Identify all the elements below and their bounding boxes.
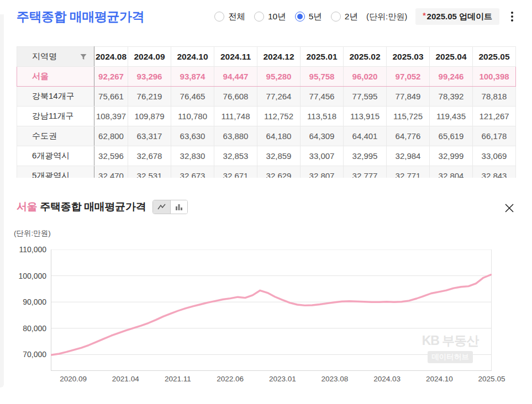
radio-circle-icon xyxy=(254,12,264,22)
price-cell: 32,678 xyxy=(128,146,171,166)
price-cell: 63,630 xyxy=(171,126,214,146)
price-cell: 100,398 xyxy=(473,67,516,87)
page-edge-strip xyxy=(0,14,4,387)
price-cell: 99,246 xyxy=(430,67,473,87)
price-cell: 75,661 xyxy=(94,87,128,107)
month-header-cell: 2024.10 xyxy=(171,47,214,67)
period-radio-1[interactable]: 10년 xyxy=(254,11,286,23)
price-cell: 32,777 xyxy=(344,166,387,178)
table-row-3[interactable]: 수도권62,80063,31763,63063,88064,18064,3096… xyxy=(17,126,516,146)
y-axis-label: 110,000 xyxy=(13,245,46,254)
price-line-chart xyxy=(51,249,492,371)
chart-title: 서울 주택종합 매매평균가격 xyxy=(17,200,146,214)
x-axis-label: 2025.05 xyxy=(478,375,505,383)
price-cell: 78,392 xyxy=(430,87,473,107)
price-cell: 108,397 xyxy=(94,107,128,126)
price-cell: 64,776 xyxy=(387,126,430,146)
price-table-wrap: 지역명2024.082024.092024.102024.112024.1220… xyxy=(17,46,516,178)
price-cell: 77,456 xyxy=(301,87,344,107)
table-row-2[interactable]: 강남11개구108,397109,879110,780111,748112,75… xyxy=(17,107,516,126)
header-controls: 전체10년5년2년 (단위:만원) * 2025.05 업데이트 xyxy=(214,8,517,25)
price-cell: 64,180 xyxy=(257,126,301,146)
period-radio-3[interactable]: 2년 xyxy=(331,11,358,23)
price-cell: 95,280 xyxy=(257,67,301,87)
price-cell: 32,671 xyxy=(214,166,257,178)
radio-circle-icon xyxy=(331,12,341,22)
price-cell: 121,267 xyxy=(473,107,516,126)
region-cell: 6개광역시 xyxy=(17,146,94,166)
x-axis-label: 2020.09 xyxy=(60,375,87,383)
price-cell: 33,069 xyxy=(473,146,516,166)
close-icon xyxy=(504,203,514,213)
price-cell: 112,752 xyxy=(257,107,301,126)
price-cell: 97,052 xyxy=(387,67,430,87)
price-cell: 119,435 xyxy=(430,107,473,126)
period-radio-0[interactable]: 전체 xyxy=(214,11,245,23)
price-cell: 76,608 xyxy=(214,87,257,107)
y-axis-label: 80,000 xyxy=(13,324,46,333)
price-cell: 32,470 xyxy=(94,166,128,178)
price-cell: 32,984 xyxy=(387,146,430,166)
table-row-1[interactable]: 강북14개구75,66176,21976,46576,60877,26477,4… xyxy=(17,87,516,107)
period-radio-label: 10년 xyxy=(268,11,286,23)
month-header-cell: 2024.09 xyxy=(128,47,171,67)
price-cell: 33,007 xyxy=(301,146,344,166)
chart-title-rest: 주택종합 매매평균가격 xyxy=(37,201,146,212)
region-header-label: 지역명 xyxy=(32,51,57,62)
price-cell: 32,859 xyxy=(257,146,301,166)
period-radio-label: 전체 xyxy=(228,11,245,23)
price-cell: 64,401 xyxy=(344,126,387,146)
price-cell: 32,995 xyxy=(344,146,387,166)
price-cell: 32,531 xyxy=(128,166,171,178)
y-axis-label: 70,000 xyxy=(13,350,46,359)
price-cell: 77,849 xyxy=(387,87,430,107)
x-axis-label: 2023.01 xyxy=(269,375,296,383)
update-badge: * 2025.05 업데이트 xyxy=(415,8,499,25)
table-row-5[interactable]: 5개광역시32,47032,53132,67332,67132,62932,80… xyxy=(17,166,516,178)
price-cell: 77,264 xyxy=(257,87,301,107)
period-radio-2[interactable]: 5년 xyxy=(295,11,322,23)
month-header-cell: 2024.11 xyxy=(214,47,257,67)
month-header-cell: 2025.05 xyxy=(473,47,516,67)
price-table: 지역명2024.082024.092024.102024.112024.1220… xyxy=(17,46,516,178)
price-cell: 32,830 xyxy=(171,146,214,166)
region-cell: 서울 xyxy=(17,67,94,87)
price-cell: 111,748 xyxy=(214,107,257,126)
price-cell: 32,673 xyxy=(171,166,214,178)
price-cell: 32,999 xyxy=(430,146,473,166)
region-cell: 강남11개구 xyxy=(17,107,94,126)
bar-chart-toggle-button[interactable] xyxy=(170,200,187,214)
table-row-4[interactable]: 6개광역시32,59632,67832,83032,85332,85933,00… xyxy=(17,146,516,166)
price-cell: 110,780 xyxy=(171,107,214,126)
price-cell: 63,317 xyxy=(128,126,171,146)
price-cell: 76,219 xyxy=(128,87,171,107)
price-cell: 96,020 xyxy=(344,67,387,87)
x-axis-label: 2024.03 xyxy=(373,375,401,383)
update-badge-label: 2025.05 업데이트 xyxy=(427,12,492,22)
kebab-menu-icon[interactable] xyxy=(508,9,517,24)
line-chart-toggle-button[interactable] xyxy=(153,200,170,214)
price-cell: 32,771 xyxy=(387,166,430,178)
chart-close-button[interactable] xyxy=(502,201,517,215)
price-cell: 94,447 xyxy=(214,67,257,87)
price-cell: 77,595 xyxy=(344,87,387,107)
filter-icon[interactable] xyxy=(80,54,87,60)
table-header-row: 지역명2024.082024.092024.102024.112024.1220… xyxy=(17,47,516,67)
period-radio-label: 2년 xyxy=(345,11,358,23)
price-cell: 64,309 xyxy=(301,126,344,146)
price-cell: 63,880 xyxy=(214,126,257,146)
price-cell: 115,725 xyxy=(387,107,430,126)
period-radio-label: 5년 xyxy=(309,11,322,23)
chart-title-region: 서울 xyxy=(17,201,37,212)
price-cell: 62,800 xyxy=(94,126,128,146)
chart-unit-label: (단위:만원) xyxy=(14,228,51,238)
month-header-cell: 2025.03 xyxy=(387,47,430,67)
asterisk-icon: * xyxy=(423,11,425,20)
bar-chart-icon xyxy=(175,203,183,211)
table-row-0[interactable]: 서울92,26793,29693,87494,44795,28095,75896… xyxy=(17,67,516,87)
month-header-cell: 2025.02 xyxy=(344,47,387,67)
price-cell: 66,178 xyxy=(473,126,516,146)
chart-type-toggle xyxy=(152,200,188,214)
radio-circle-icon xyxy=(214,12,224,22)
price-cell: 65,619 xyxy=(430,126,473,146)
